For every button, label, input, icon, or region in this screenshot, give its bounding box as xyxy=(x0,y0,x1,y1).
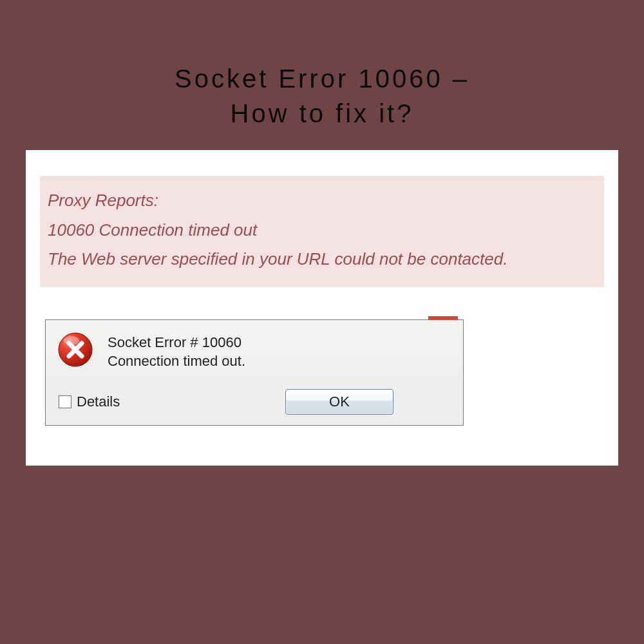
title-line-1: Socket Error 10060 – xyxy=(175,64,469,93)
dialog-msg-line-1: Socket Error # 10060 xyxy=(108,333,245,352)
error-x-icon xyxy=(57,332,93,368)
ok-button-label: OK xyxy=(329,393,350,410)
ok-button[interactable]: OK xyxy=(285,389,393,415)
details-group[interactable]: Details xyxy=(59,393,120,410)
dialog-message: Socket Error # 10060 Connection timed ou… xyxy=(108,332,245,371)
content-panel: Proxy Reports: 10060 Connection timed ou… xyxy=(26,150,618,466)
dialog-body: Socket Error # 10060 Connection timed ou… xyxy=(57,332,451,371)
proxy-line-2: 10060 Connection timed out xyxy=(48,216,596,245)
proxy-line-1: Proxy Reports: xyxy=(48,186,596,216)
dialog-msg-line-2: Connection timed out. xyxy=(108,352,245,371)
dialog-footer: Details OK xyxy=(57,389,451,415)
proxy-report-box: Proxy Reports: 10060 Connection timed ou… xyxy=(40,176,604,287)
details-checkbox[interactable] xyxy=(59,395,71,408)
proxy-line-3: The Web server specified in your URL cou… xyxy=(48,245,596,274)
dialog-wrapper: Socket Error # 10060 Connection timed ou… xyxy=(45,319,464,426)
title-line-2: How to fix it? xyxy=(231,99,414,128)
page-title: Socket Error 10060 – How to fix it? xyxy=(175,61,469,131)
error-dialog: Socket Error # 10060 Connection timed ou… xyxy=(45,319,464,426)
close-window-hint-icon[interactable] xyxy=(428,316,458,320)
details-label: Details xyxy=(77,393,120,410)
